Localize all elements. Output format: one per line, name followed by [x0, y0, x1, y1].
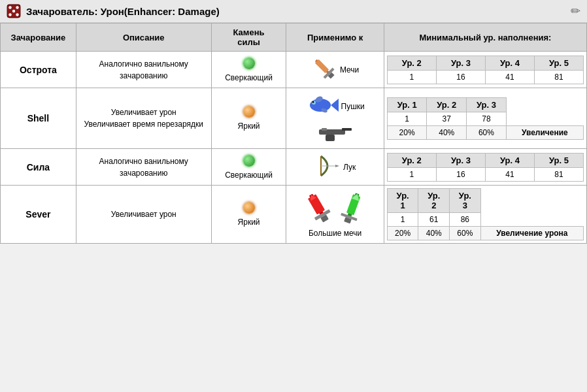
level-val-0-0-0: 1	[387, 70, 436, 84]
svg-marker-22	[335, 165, 339, 167]
svg-point-2	[16, 6, 18, 8]
table-row-1: ShellУвеличивает уронУвеличивает время п…	[1, 88, 587, 149]
stone-cell-2: Сверкающий	[211, 149, 286, 186]
svg-marker-11	[331, 99, 339, 112]
level-val-0-0-1: 16	[436, 70, 485, 84]
stone-gem-1	[243, 106, 255, 118]
level-header-3-2: Ур.3	[450, 189, 481, 213]
stone-icon-container: Яркий	[217, 202, 281, 227]
applicable-cell-0: Мечи	[286, 52, 384, 88]
level-header-0-0: Ур. 2	[387, 56, 436, 70]
table-row-2: СилаАналогично ванильному зачарованию Св…	[1, 149, 587, 186]
stone-icon-container: Сверкающий	[217, 57, 281, 82]
page-header: Зачарователь: Урон(Enhancer: Damage) ✏	[0, 0, 587, 23]
applicable-container-1: Пушки	[292, 92, 378, 144]
level-val-1-1-3: Увеличение	[506, 125, 583, 139]
applicable-item-0-0: Мечи	[311, 56, 359, 84]
level-val-1-0-2: 78	[467, 112, 507, 125]
level-row-0-0: 1164181	[387, 70, 583, 84]
level-header-3-0: Ур.1	[387, 189, 418, 213]
svg-point-1	[8, 6, 11, 8]
stone-label-3: Яркий	[238, 218, 260, 227]
stone-gem-2	[243, 155, 255, 167]
level-row-2-0: 1164181	[387, 167, 583, 181]
stone-gem-0	[243, 57, 255, 69]
svg-rect-19	[322, 128, 327, 131]
bigsword-svg	[302, 191, 335, 224]
gun-svg	[319, 123, 352, 142]
applicable-cell-2: Лук	[286, 149, 384, 186]
stone-icon-container: Яркий	[217, 106, 281, 131]
level-val-3-1-0: 20%	[387, 227, 418, 240]
applicable-cell-1: Пушки	[286, 88, 384, 149]
level-header-1-0: Ур. 1	[387, 97, 427, 112]
applicable-container-3: Большие мечи	[292, 191, 378, 238]
stone-label-1: Яркий	[238, 122, 260, 131]
level-val-3-0-1: 61	[418, 213, 450, 227]
enchant-desc-2: Аналогично ванильному зачарованию	[76, 149, 211, 186]
applicable-container-0: Мечи	[292, 56, 378, 84]
level-val-3-0-2: 86	[450, 213, 481, 227]
applicable-label-0-0: Мечи	[340, 65, 359, 74]
svg-rect-17	[342, 128, 352, 131]
levels-cell-2: Ур. 2Ур. 3Ур. 4Ур. 51164181	[384, 149, 586, 186]
enchant-table: Зачарование Описание Каменьсилы Применим…	[0, 23, 587, 244]
enchant-desc-3: Увеличивает урон	[76, 186, 211, 244]
level-val-1-1-1: 40%	[427, 125, 467, 139]
svg-point-3	[8, 13, 11, 16]
level-header-0-1: Ур. 3	[436, 56, 485, 70]
level-header-1-2: Ур. 3	[467, 97, 507, 112]
enchant-name-3: Sever	[1, 186, 76, 244]
col-levels: Минимальный ур. наполнения:	[384, 24, 586, 52]
level-header-1-1: Ур. 2	[427, 97, 467, 112]
level-header-0-3: Ур. 5	[534, 56, 583, 70]
level-val-0-0-2: 41	[485, 70, 534, 84]
level-header-2-1: Ур. 3	[436, 153, 485, 167]
applicable-item-2-0: Лук	[314, 153, 356, 181]
level-row-3-0: 16186	[387, 213, 583, 227]
table-header-row: Зачарование Описание Каменьсилы Применим…	[1, 24, 587, 52]
level-table-3: Ур.1Ур.2Ур.31618620%40%60%Увеличение уро…	[387, 188, 584, 240]
level-val-1-0-0: 1	[387, 112, 427, 125]
applicable-icon-2-0	[314, 153, 341, 181]
sever-icons	[302, 191, 369, 226]
bow-svg	[314, 153, 341, 179]
level-header-0-2: Ур. 4	[485, 56, 534, 70]
levels-cell-1: Ур. 1Ур. 2Ур. 31377820%40%60%Увеличение	[384, 88, 586, 149]
level-table-2: Ур. 2Ур. 3Ур. 4Ур. 51164181	[387, 153, 584, 182]
enchant-name-0: Острота	[1, 52, 76, 88]
level-table-0: Ур. 2Ур. 3Ур. 4Ур. 51164181	[387, 56, 584, 84]
level-val-2-0-3: 81	[534, 167, 583, 181]
sword-svg	[311, 56, 337, 82]
edit-icon[interactable]: ✏	[571, 4, 580, 18]
applicable-item-1-0: Пушки	[306, 92, 365, 120]
page-title: Зачарователь: Урон(Enhancer: Damage)	[7, 4, 220, 18]
level-val-3-1-3: Увеличение урона	[480, 227, 583, 240]
level-row-1-1: 20%40%60%Увеличение	[387, 125, 583, 139]
applicable-cell-3: Большие мечи	[286, 186, 384, 244]
applicable-icon-1-0	[306, 92, 339, 120]
level-val-1-0-1: 37	[427, 112, 467, 125]
svg-rect-18	[326, 135, 335, 141]
col-description: Описание	[76, 24, 211, 52]
stone-gem-3	[243, 202, 255, 214]
svg-rect-7	[315, 59, 329, 73]
table-row-0: ОстротаАналогично ванильному зачарованию…	[1, 52, 587, 88]
bigsword-icon	[302, 191, 335, 226]
applicable-icon-0-0	[311, 56, 337, 84]
level-val-2-0-1: 16	[436, 167, 485, 181]
col-stone: Каменьсилы	[211, 24, 286, 52]
stone-label-2: Сверкающий	[225, 171, 273, 180]
applicable-label-1-0: Пушки	[341, 102, 365, 111]
stone-cell-1: Яркий	[211, 88, 286, 149]
enchant-name-1: Shell	[1, 88, 76, 149]
level-val-2-0-2: 41	[485, 167, 534, 181]
level-val-3-0-0: 1	[387, 213, 418, 227]
applicable-label-2-0: Лук	[343, 163, 356, 172]
stone-cell-0: Сверкающий	[211, 52, 286, 88]
level-val-0-0-3: 81	[534, 70, 583, 84]
stone-cell-3: Яркий	[211, 186, 286, 244]
greensword-icon	[336, 191, 369, 226]
svg-point-4	[16, 13, 18, 16]
fish-svg	[306, 92, 339, 118]
